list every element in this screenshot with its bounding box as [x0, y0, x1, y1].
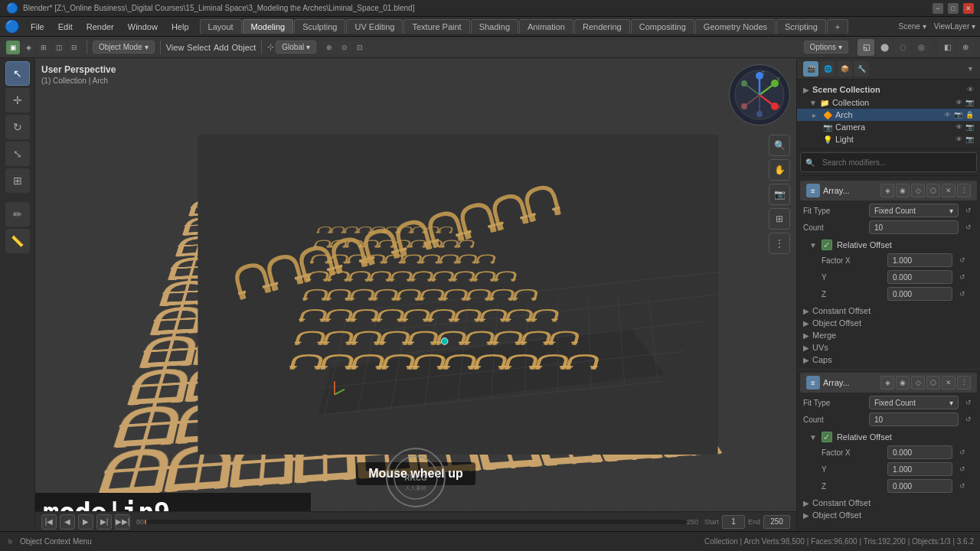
mod2-count-reset[interactable]: ↺	[963, 414, 974, 425]
arch-camera[interactable]: 📷	[954, 111, 962, 119]
tl-end-btn[interactable]: ▶▶|	[115, 514, 130, 530]
cursor-tool[interactable]: ↖	[5, 61, 30, 86]
mod1-fz-value[interactable]: 0.000	[887, 287, 952, 301]
tree-item-light[interactable]: 💡 Light 👁 📷	[797, 133, 980, 145]
tl-play-btn[interactable]: ▶	[78, 514, 93, 530]
prop-tab-scene[interactable]: 🎬	[803, 61, 818, 77]
tab-modeling[interactable]: Modeling	[243, 19, 294, 34]
solid-btn[interactable]: ⬤	[876, 39, 893, 56]
mod1-rel-offset-expand[interactable]: ▼	[809, 241, 817, 249]
mod1-fz-reset[interactable]: ↺	[957, 289, 968, 299]
mod1-toggle2[interactable]: ◉	[896, 184, 910, 197]
start-frame[interactable]: 1	[722, 515, 745, 529]
filter-btn[interactable]: ▼	[967, 65, 974, 73]
light-eye[interactable]: 👁	[956, 135, 962, 143]
camera-camera[interactable]: 📷	[965, 123, 974, 131]
close-button[interactable]: ✕	[963, 3, 974, 14]
mod1-toggle4[interactable]: ⬡	[926, 184, 940, 197]
tab-scripting[interactable]: Scripting	[776, 19, 826, 34]
menu-help[interactable]: Help	[165, 21, 195, 33]
snap-btn[interactable]: ⊕	[322, 41, 336, 54]
arch-restrict[interactable]: 🔒	[965, 111, 974, 119]
scrub-bar[interactable]	[145, 520, 686, 524]
arch-eye[interactable]: 👁	[944, 111, 951, 119]
icon4[interactable]: ⊟	[67, 41, 81, 54]
icon1[interactable]: ◈	[21, 41, 35, 54]
header-view[interactable]: View	[166, 43, 185, 52]
mod1-count-value[interactable]: 10	[869, 220, 959, 234]
mod2-fz-value[interactable]: 0.000	[887, 479, 952, 493]
tab-texture-paint[interactable]: Texture Paint	[403, 19, 469, 34]
object-mode-dropdown[interactable]: Object Mode ▾	[93, 41, 155, 54]
mod1-obj-offset-header[interactable]: ▶ Object Offset	[803, 318, 974, 328]
mod1-count-reset[interactable]: ↺	[963, 222, 974, 233]
menu-edit[interactable]: Edit	[52, 21, 79, 33]
mod2-rel-offset-checkbox[interactable]: ✓	[822, 432, 832, 442]
tl-next-btn[interactable]: ▶|	[96, 514, 112, 530]
mod2-more[interactable]: ⋮	[957, 376, 971, 390]
wireframe-btn[interactable]: ◱	[858, 39, 874, 56]
gizmo-btn[interactable]: ⊕	[957, 39, 974, 56]
prop-tab-world[interactable]: 🌐	[820, 61, 835, 77]
mod2-const-offset-header[interactable]: ▶ Constant Offset	[803, 498, 974, 507]
material-btn[interactable]: ◌	[894, 39, 911, 56]
move-tool[interactable]: ✛	[5, 88, 30, 112]
tab-rendering[interactable]: Rendering	[574, 19, 630, 34]
scene-collection-eye[interactable]: 👁	[967, 86, 974, 93]
mod1-const-offset-header[interactable]: ▶ Constant Offset	[803, 306, 974, 315]
hand-btn[interactable]: ✋	[769, 159, 790, 181]
modifier-search[interactable]	[818, 155, 972, 170]
options-dropdown[interactable]: Options ▾	[804, 41, 848, 54]
transform-dropdown[interactable]: Global ▾	[276, 41, 316, 54]
header-add[interactable]: Add	[214, 43, 229, 52]
grid-btn[interactable]: ⊞	[769, 208, 790, 230]
scene-collection-header[interactable]: ▶ Scene Collection 👁	[797, 83, 980, 96]
menu-window[interactable]: Window	[122, 21, 164, 33]
tab-add[interactable]: +	[827, 19, 848, 34]
mod1-uvs-header[interactable]: ▶ UVs	[803, 343, 974, 352]
tab-compositing[interactable]: Compositing	[631, 19, 694, 34]
mod2-fy-value[interactable]: 1.000	[887, 462, 952, 476]
scene-dropdown[interactable]: Scene ▾	[899, 22, 926, 31]
tree-item-arch[interactable]: ▸ 🔶 Arch 👁 📷 🔒	[797, 109, 980, 121]
zoom-in-btn[interactable]: 🔍	[769, 135, 790, 156]
prop-tab-modifier[interactable]: 🔧	[854, 61, 869, 77]
tab-shading[interactable]: Shading	[471, 19, 518, 34]
menu-render[interactable]: Render	[80, 21, 120, 33]
proportional-btn[interactable]: ⊙	[338, 41, 351, 54]
light-camera[interactable]: 📷	[965, 135, 974, 143]
mod2-toggle3[interactable]: ◇	[911, 376, 925, 390]
mod2-rel-offset-expand[interactable]: ▼	[809, 433, 817, 442]
measure-tool[interactable]: 📏	[5, 229, 30, 253]
maximize-button[interactable]: □	[948, 3, 959, 14]
collection-camera[interactable]: 📷	[965, 99, 974, 106]
timeline-scrub[interactable]: 80 250	[133, 518, 701, 526]
header-select[interactable]: Select	[187, 43, 211, 52]
mod1-fx-value[interactable]: 1.000	[887, 253, 952, 267]
mod2-toggle1[interactable]: ◈	[880, 376, 894, 390]
scale-tool[interactable]: ⤡	[5, 142, 30, 166]
transform-tool[interactable]: ⊞	[5, 168, 30, 193]
header-object[interactable]: Object	[232, 43, 256, 52]
mod1-toggle1[interactable]: ◈	[880, 184, 894, 197]
mod1-fx-reset[interactable]: ↺	[957, 255, 968, 266]
mod2-fx-reset[interactable]: ↺	[957, 447, 968, 458]
mod2-fit-type-value[interactable]: Fixed Count ▾	[869, 396, 959, 409]
viewlayer-dropdown[interactable]: ViewLayer ▾	[934, 22, 975, 31]
mod1-rel-offset-checkbox[interactable]: ✓	[822, 240, 832, 250]
rotate-tool[interactable]: ↻	[5, 115, 30, 139]
mod1-caps-header[interactable]: ▶ Caps	[803, 355, 974, 364]
mod1-fy-value[interactable]: 0.000	[887, 270, 952, 284]
tab-geometry-nodes[interactable]: Geometry Nodes	[695, 19, 776, 34]
annotate-tool[interactable]: ✏	[5, 202, 30, 227]
axis-gizmo[interactable]: Y X Z	[729, 64, 790, 126]
more-btn[interactable]: ⋮	[769, 233, 790, 254]
collection-item[interactable]: ▼ 📁 Collection 👁 📷	[797, 96, 980, 109]
mod2-close[interactable]: ✕	[942, 376, 956, 390]
render-btn[interactable]: ◎	[913, 39, 929, 56]
mod1-fy-reset[interactable]: ↺	[957, 272, 968, 282]
mod1-more[interactable]: ⋮	[957, 184, 971, 197]
mod1-toggle3[interactable]: ◇	[911, 184, 925, 197]
mod1-fit-type-value[interactable]: Fixed Count ▾	[869, 204, 959, 217]
camera-toggle-btn[interactable]: 📷	[769, 184, 790, 205]
